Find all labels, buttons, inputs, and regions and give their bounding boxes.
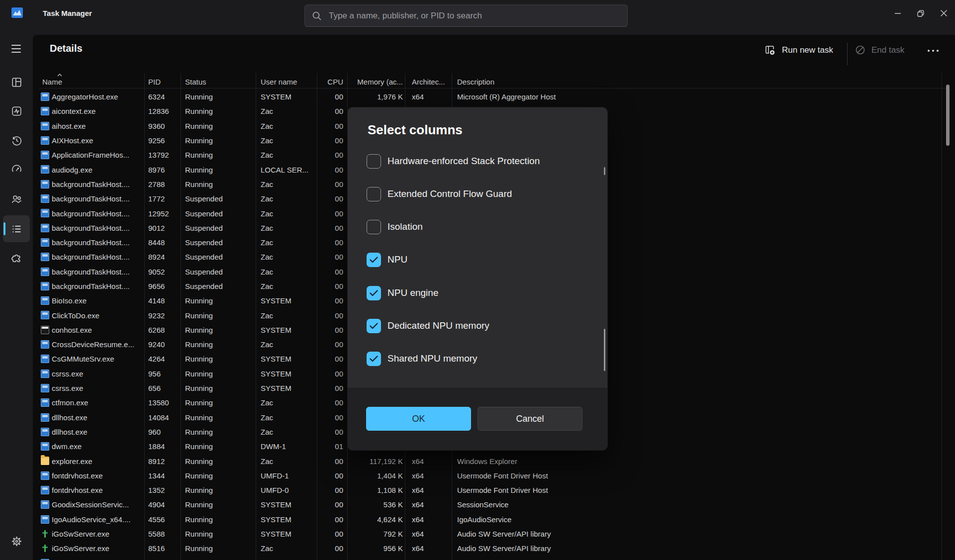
app-process-icon (41, 398, 49, 407)
sidebar-item-processes[interactable] (3, 69, 30, 95)
cell-name: fontdrvhost.exe (52, 483, 142, 497)
cell-pid: 6324 (148, 90, 178, 104)
column-option-row[interactable]: Isolation (348, 212, 607, 241)
cell-status: Running (185, 541, 253, 556)
cell-arch: x64 (412, 483, 451, 497)
cell-cpu: 00 (307, 177, 343, 191)
app-process-icon (41, 165, 49, 174)
end-task-button[interactable]: End task (855, 45, 904, 55)
more-options-button[interactable] (928, 50, 939, 52)
column-option-row[interactable]: NPU engine (348, 279, 607, 307)
restore-button[interactable] (909, 0, 932, 26)
dialog-scrollbar[interactable] (604, 329, 605, 371)
minimize-button[interactable] (886, 0, 909, 26)
cell-pid: 1352 (148, 483, 178, 497)
sidebar-item-startup-apps[interactable] (3, 156, 30, 183)
checked-checkbox[interactable] (367, 319, 381, 333)
column-header-pid[interactable]: PID (148, 73, 178, 89)
cell-cpu: 00 (307, 119, 343, 133)
checked-checkbox[interactable] (367, 286, 381, 300)
table-row[interactable]: fontdrvhost.exe1352RunningUMFD-0001,108 … (39, 483, 949, 497)
cell-cpu: 00 (307, 206, 343, 220)
sidebar-item-settings[interactable] (3, 529, 30, 553)
cell-status: Running (185, 497, 253, 512)
cell-memory: 956 K (350, 541, 403, 556)
cell-user: Zac (261, 279, 314, 293)
column-header-cpu[interactable]: CPU (307, 73, 343, 89)
cell-name: IntelAudioService.exe (52, 556, 142, 560)
app-process-icon (41, 224, 49, 232)
cell-status: Running (185, 90, 253, 104)
checked-checkbox[interactable] (367, 352, 381, 366)
sidebar-item-performance[interactable] (3, 97, 30, 124)
column-header-arch[interactable]: Architec... (412, 73, 451, 89)
cell-arch: x64 (412, 468, 451, 483)
sidebar-item-services[interactable] (3, 244, 30, 271)
search-input[interactable] (329, 11, 620, 21)
services-puzzle-icon (10, 252, 23, 264)
cell-pid: 12952 (148, 206, 178, 220)
cell-cpu: 00 (307, 468, 343, 483)
cancel-button[interactable]: Cancel (478, 407, 582, 431)
cell-user: SYSTEM (261, 367, 314, 381)
sidebar-item-app-history[interactable] (3, 127, 30, 154)
table-row[interactable]: fontdrvhost.exe1344RunningUMFD-1001,404 … (39, 468, 949, 483)
cell-user: Zac (261, 148, 314, 162)
cell-name: backgroundTaskHost.... (52, 221, 142, 235)
unchecked-checkbox[interactable] (367, 154, 381, 169)
cell-cpu: 00 (307, 527, 343, 541)
cell-pid: 956 (148, 367, 178, 381)
cell-name: dwm.exe (52, 439, 142, 454)
cell-arch: x64 (412, 556, 451, 560)
app-process-icon (41, 428, 49, 436)
table-row[interactable]: IntelAudioService.exe4588RunningSYSTEM00… (39, 556, 949, 560)
table-row[interactable]: iGoSwServer.exe8516RunningZac00956 Kx64A… (39, 541, 949, 556)
cell-user: DWM-1 (261, 439, 314, 454)
cell-pid: 9240 (148, 337, 178, 352)
dialog-scrollbar-mark[interactable] (604, 167, 605, 175)
sidebar-item-users[interactable] (3, 186, 30, 212)
column-option-row[interactable]: Extended Control Flow Guard (348, 180, 607, 208)
app-process-icon (41, 370, 49, 378)
unchecked-checkbox[interactable] (367, 187, 381, 201)
navigation-menu-button[interactable] (9, 42, 23, 56)
table-row[interactable]: iGoSwServer.exe5588RunningSYSTEM00792 Kx… (39, 527, 949, 541)
unchecked-checkbox[interactable] (367, 220, 381, 234)
cell-cpu: 00 (307, 162, 343, 177)
column-header-user[interactable]: User name (261, 73, 314, 89)
cell-pid: 4588 (148, 556, 178, 560)
cell-memory: 117,192 K (350, 454, 403, 468)
cell-arch: x64 (412, 527, 451, 541)
cell-user: Zac (261, 425, 314, 439)
column-header-status[interactable]: Status (185, 73, 253, 89)
column-header-memory[interactable]: Memory (ac... (353, 73, 403, 89)
cell-arch: x64 (412, 90, 451, 104)
column-option-row[interactable]: Hardware-enforced Stack Protection (348, 147, 607, 176)
app-process-icon (41, 136, 49, 145)
toolbar-divider (847, 43, 848, 65)
cell-desc: IgoAudioService (457, 512, 885, 527)
audio-process-icon (41, 544, 49, 553)
cell-status: Suspended (185, 250, 253, 264)
cell-user: SYSTEM (261, 323, 314, 337)
close-button[interactable] (932, 0, 955, 26)
table-row[interactable]: GoodixSessionServic...4904RunningSYSTEM0… (39, 497, 949, 512)
app-process-icon (41, 180, 49, 188)
sidebar-item-details[interactable] (3, 215, 30, 242)
column-header-desc[interactable]: Description (457, 73, 885, 89)
cell-cpu: 00 (307, 556, 343, 560)
column-option-row[interactable]: Shared NPU memory (348, 344, 607, 373)
checked-checkbox[interactable] (367, 253, 381, 267)
table-row[interactable]: explorer.exe8912RunningZac00117,192 Kx64… (39, 454, 949, 468)
page-title: Details (50, 43, 83, 54)
table-row[interactable]: AggregatorHost.exe6324RunningSYSTEM001,9… (39, 90, 949, 104)
search-box[interactable] (304, 4, 628, 27)
cell-user: Zac (261, 235, 314, 250)
cell-status: Suspended (185, 191, 253, 206)
column-option-row[interactable]: NPU (348, 245, 607, 274)
ok-button[interactable]: OK (366, 407, 471, 431)
table-row[interactable]: IgoAudioService_x64....4556RunningSYSTEM… (39, 512, 949, 527)
run-new-task-button[interactable]: Run new task (764, 45, 833, 56)
column-option-row[interactable]: Dedicated NPU memory (348, 311, 607, 340)
vertical-scrollbar[interactable] (946, 85, 950, 146)
